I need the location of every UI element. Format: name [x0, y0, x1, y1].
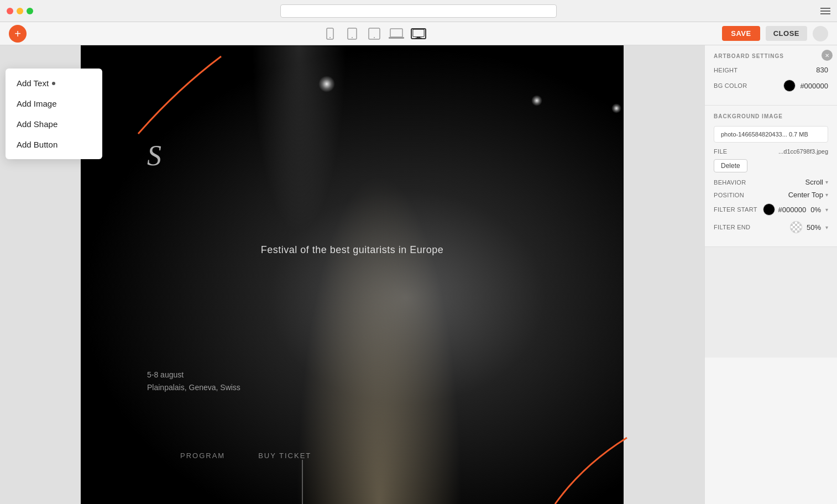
behavior-row: BEHAVIOR Scroll ▾	[714, 178, 828, 186]
delete-button[interactable]: Delete	[714, 159, 747, 172]
file-display-name: photo-1466584820433... 0.7 MB	[721, 131, 808, 138]
position-row: POSITION Center Top ▾	[714, 191, 828, 199]
bg-color-value: #000000	[800, 82, 828, 90]
filter-end-pct: 50%	[807, 223, 821, 232]
panel-bottom-area	[705, 247, 837, 358]
filter-end-control: 50% ▾	[790, 221, 828, 233]
background-image-section: BACKGROUND IMAGE photo-1466584820433... …	[705, 106, 837, 247]
website-preview: S Festival of the best guitarists in Eur…	[81, 45, 624, 504]
file-chip[interactable]: photo-1466584820433... 0.7 MB	[714, 126, 828, 143]
filter-end-swatch[interactable]	[790, 221, 802, 233]
artboard-settings-section: ✕ ARTBOARD SETTINGS HEIGHT 830 BG COLOR …	[705, 45, 837, 106]
light-orb-1	[318, 76, 335, 92]
traffic-lights	[7, 8, 33, 14]
filter-start-label: FILTER START	[714, 206, 757, 213]
browser-chrome	[0, 0, 837, 22]
svg-rect-10	[416, 38, 422, 38]
behavior-select[interactable]: Scroll ▾	[805, 178, 828, 186]
nav-item-buy-ticket: BUY TICKET	[258, 452, 311, 460]
svg-rect-7	[389, 37, 404, 39]
filter-start-row: FILTER START #000000 0% ▾	[714, 203, 828, 216]
file-name-value: ...d1cc6798f3.jpeg	[778, 148, 828, 155]
svg-point-1	[329, 37, 331, 38]
svg-point-5	[374, 37, 375, 38]
dropdown-item-add-button[interactable]: Add Button	[6, 134, 102, 155]
background-image-title: BACKGROUND IMAGE	[714, 113, 828, 119]
behavior-label: BEHAVIOR	[714, 179, 746, 186]
traffic-light-red[interactable]	[7, 8, 13, 14]
file-name-row: FILE ...d1cc6798f3.jpeg	[714, 148, 828, 155]
bg-color-row: BG COLOR #000000	[714, 80, 828, 92]
main-area: Add Text Add Image Add Shape Add Button …	[0, 45, 837, 504]
filter-end-row: FILTER END 50% ▾	[714, 221, 828, 233]
save-button[interactable]: SAVE	[722, 26, 760, 41]
device-laptop[interactable]	[389, 28, 404, 39]
toolbar-right: SAVE CLOSE	[722, 26, 828, 41]
position-chevron: ▾	[825, 192, 828, 198]
filter-start-hex: #000000	[778, 206, 807, 214]
nav-divider	[302, 460, 303, 504]
site-date: 5-8 august Plainpalais, Geneva, Swiss	[147, 369, 240, 393]
close-button[interactable]: CLOSE	[766, 26, 807, 41]
nav-item-program: PROGRAM	[180, 452, 225, 460]
height-value: 830	[816, 66, 828, 74]
traffic-light-green[interactable]	[27, 8, 33, 14]
behavior-chevron: ▾	[825, 179, 828, 185]
filter-start-control: #000000 0% ▾	[763, 203, 828, 216]
spotlight-top	[244, 45, 354, 266]
position-label: POSITION	[714, 192, 744, 198]
light-orb-2	[531, 95, 542, 106]
filter-start-swatch[interactable]	[763, 203, 775, 216]
panel-close-button[interactable]: ✕	[822, 50, 833, 61]
add-dropdown-menu: Add Text Add Image Add Shape Add Button	[6, 69, 102, 159]
device-mobile-small[interactable]	[322, 28, 338, 39]
add-button[interactable]: +	[9, 25, 27, 43]
height-label: HEIGHT	[714, 67, 737, 74]
svg-rect-8	[413, 29, 424, 36]
delete-row: Delete	[714, 159, 828, 172]
toolbar-center	[322, 28, 426, 39]
svg-rect-6	[390, 29, 402, 37]
dropdown-item-add-shape[interactable]: Add Shape	[6, 114, 102, 134]
url-bar[interactable]	[280, 4, 557, 18]
bg-color-label: BG COLOR	[714, 82, 747, 89]
filter-end-label: FILTER END	[714, 224, 750, 230]
filter-start-color-group: #000000	[763, 203, 807, 216]
right-panel: ✕ ARTBOARD SETTINGS HEIGHT 830 BG COLOR …	[704, 45, 837, 504]
light-orb-3	[611, 103, 621, 113]
traffic-light-yellow[interactable]	[17, 8, 23, 14]
device-mobile[interactable]	[344, 28, 360, 39]
artboard-settings-title: ARTBOARD SETTINGS	[714, 53, 828, 59]
position-select[interactable]: Center Top ▾	[788, 191, 828, 199]
device-tablet[interactable]	[367, 28, 382, 39]
site-tagline: Festival of the best guitarists in Europ…	[261, 244, 444, 256]
filter-start-pct: 0%	[810, 206, 821, 214]
file-label: FILE	[714, 148, 727, 155]
device-desktop[interactable]	[411, 28, 426, 39]
browser-right	[820, 8, 837, 14]
browser-menu-icon[interactable]	[820, 8, 830, 14]
site-nav: PROGRAM BUY TICKET	[81, 452, 624, 460]
filter-start-chevron: ▾	[825, 207, 828, 213]
filter-end-chevron: ▾	[825, 224, 828, 230]
user-avatar-button[interactable]	[813, 26, 828, 41]
editor-toolbar: + SAVE CLOSE	[0, 22, 837, 45]
bg-color-swatch[interactable]	[783, 80, 796, 92]
bg-color-control: #000000	[783, 80, 828, 92]
toolbar-left: +	[9, 25, 27, 43]
canvas-area: Add Text Add Image Add Shape Add Button …	[0, 45, 704, 504]
site-logo: S	[147, 139, 160, 172]
height-row: HEIGHT 830	[714, 66, 828, 74]
svg-point-3	[352, 37, 353, 38]
dropdown-item-add-image[interactable]: Add Image	[6, 93, 102, 114]
dropdown-item-add-text[interactable]: Add Text	[6, 73, 102, 93]
browser-controls	[0, 8, 33, 14]
